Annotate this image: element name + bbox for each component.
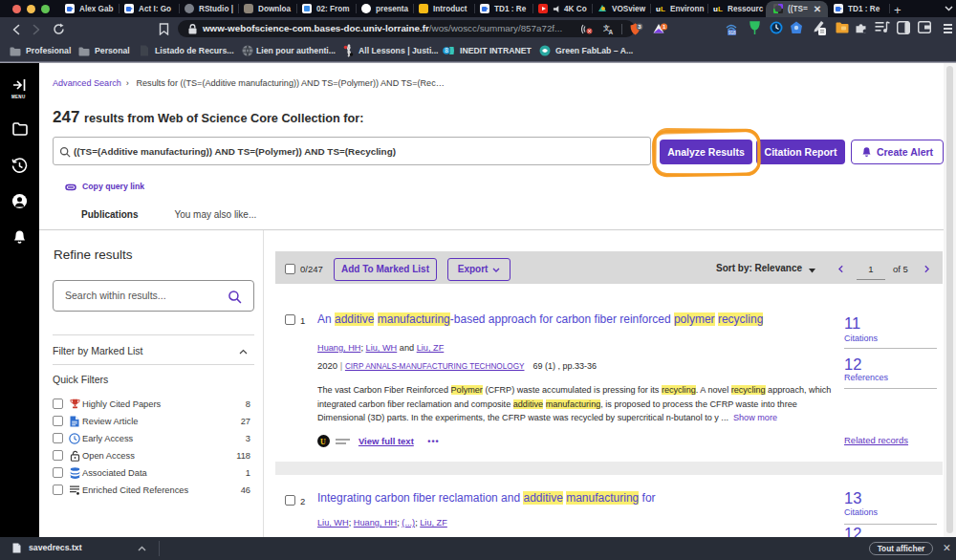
- svg-text:918: 918: [728, 31, 736, 35]
- svg-text:8: 8: [445, 47, 448, 54]
- svg-text:U: U: [320, 438, 326, 446]
- svg-text:A: A: [609, 29, 614, 35]
